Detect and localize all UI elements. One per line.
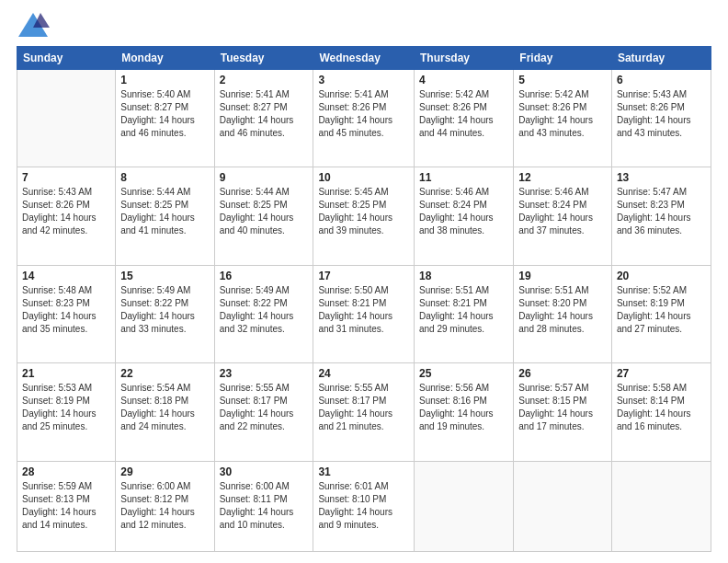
calendar-cell: 10Sunrise: 5:45 AM Sunset: 8:25 PM Dayli… <box>313 167 415 265</box>
calendar-cell: 23Sunrise: 5:55 AM Sunset: 8:17 PM Dayli… <box>214 363 313 461</box>
weekday-header-row: SundayMondayTuesdayWednesdayThursdayFrid… <box>17 47 711 70</box>
day-info: Sunrise: 5:49 AM Sunset: 8:22 PM Dayligh… <box>120 284 209 336</box>
calendar-cell: 17Sunrise: 5:50 AM Sunset: 8:21 PM Dayli… <box>313 265 415 362</box>
header <box>17 11 711 39</box>
calendar-cell <box>17 70 116 167</box>
calendar-cell: 16Sunrise: 5:49 AM Sunset: 8:22 PM Dayli… <box>214 265 313 362</box>
calendar-cell: 26Sunrise: 5:57 AM Sunset: 8:15 PM Dayli… <box>514 363 612 461</box>
day-number: 25 <box>419 367 508 380</box>
calendar-cell: 6Sunrise: 5:43 AM Sunset: 8:26 PM Daylig… <box>611 70 711 167</box>
week-row: 28Sunrise: 5:59 AM Sunset: 8:13 PM Dayli… <box>17 461 711 551</box>
day-info: Sunrise: 5:46 AM Sunset: 8:24 PM Dayligh… <box>518 186 607 237</box>
calendar-cell <box>414 461 513 551</box>
logo-icon <box>17 11 50 39</box>
day-number: 2 <box>220 74 309 86</box>
calendar-cell: 2Sunrise: 5:41 AM Sunset: 8:27 PM Daylig… <box>214 70 313 167</box>
day-number: 31 <box>318 465 409 478</box>
day-number: 26 <box>518 367 607 380</box>
day-info: Sunrise: 5:46 AM Sunset: 8:24 PM Dayligh… <box>419 186 508 237</box>
weekday-header: Saturday <box>611 47 711 70</box>
day-number: 21 <box>22 367 110 380</box>
weekday-header: Monday <box>116 47 214 70</box>
calendar-cell: 11Sunrise: 5:46 AM Sunset: 8:24 PM Dayli… <box>414 167 513 265</box>
calendar-cell: 1Sunrise: 5:40 AM Sunset: 8:27 PM Daylig… <box>116 70 214 167</box>
day-info: Sunrise: 5:55 AM Sunset: 8:17 PM Dayligh… <box>318 382 409 433</box>
calendar-cell: 4Sunrise: 5:42 AM Sunset: 8:26 PM Daylig… <box>414 70 513 167</box>
day-number: 16 <box>220 270 309 282</box>
weekday-header: Wednesday <box>313 47 415 70</box>
calendar-cell: 18Sunrise: 5:51 AM Sunset: 8:21 PM Dayli… <box>414 265 513 362</box>
week-row: 14Sunrise: 5:48 AM Sunset: 8:23 PM Dayli… <box>17 265 711 362</box>
day-info: Sunrise: 5:44 AM Sunset: 8:25 PM Dayligh… <box>120 186 209 237</box>
day-number: 12 <box>518 171 607 184</box>
day-number: 1 <box>120 74 209 86</box>
day-info: Sunrise: 5:56 AM Sunset: 8:16 PM Dayligh… <box>419 382 508 433</box>
weekday-header: Friday <box>514 47 612 70</box>
day-number: 30 <box>220 465 309 478</box>
calendar-cell: 29Sunrise: 6:00 AM Sunset: 8:12 PM Dayli… <box>116 461 214 551</box>
calendar-cell: 12Sunrise: 5:46 AM Sunset: 8:24 PM Dayli… <box>514 167 612 265</box>
weekday-header: Sunday <box>17 47 116 70</box>
day-number: 19 <box>518 270 607 282</box>
day-info: Sunrise: 5:48 AM Sunset: 8:23 PM Dayligh… <box>22 284 110 336</box>
calendar-cell: 27Sunrise: 5:58 AM Sunset: 8:14 PM Dayli… <box>611 363 711 461</box>
day-info: Sunrise: 5:47 AM Sunset: 8:23 PM Dayligh… <box>617 186 706 237</box>
day-info: Sunrise: 5:50 AM Sunset: 8:21 PM Dayligh… <box>318 284 409 336</box>
calendar-cell: 28Sunrise: 5:59 AM Sunset: 8:13 PM Dayli… <box>17 461 116 551</box>
day-info: Sunrise: 5:44 AM Sunset: 8:25 PM Dayligh… <box>220 186 309 237</box>
day-info: Sunrise: 5:52 AM Sunset: 8:19 PM Dayligh… <box>617 284 706 336</box>
week-row: 1Sunrise: 5:40 AM Sunset: 8:27 PM Daylig… <box>17 70 711 167</box>
day-info: Sunrise: 5:49 AM Sunset: 8:22 PM Dayligh… <box>220 284 309 336</box>
day-number: 11 <box>419 171 508 184</box>
day-info: Sunrise: 5:58 AM Sunset: 8:14 PM Dayligh… <box>617 382 706 433</box>
logo <box>17 11 53 39</box>
day-number: 4 <box>419 74 508 86</box>
day-info: Sunrise: 5:42 AM Sunset: 8:26 PM Dayligh… <box>419 88 508 140</box>
calendar-cell: 14Sunrise: 5:48 AM Sunset: 8:23 PM Dayli… <box>17 265 116 362</box>
day-number: 8 <box>120 171 209 184</box>
day-info: Sunrise: 6:00 AM Sunset: 8:11 PM Dayligh… <box>220 480 309 532</box>
calendar-cell: 7Sunrise: 5:43 AM Sunset: 8:26 PM Daylig… <box>17 167 116 265</box>
day-info: Sunrise: 5:43 AM Sunset: 8:26 PM Dayligh… <box>617 88 706 140</box>
day-info: Sunrise: 5:53 AM Sunset: 8:19 PM Dayligh… <box>22 382 110 433</box>
day-number: 7 <box>22 171 110 184</box>
weekday-header: Thursday <box>414 47 513 70</box>
calendar-cell: 19Sunrise: 5:51 AM Sunset: 8:20 PM Dayli… <box>514 265 612 362</box>
day-number: 3 <box>318 74 409 86</box>
calendar-cell <box>514 461 612 551</box>
day-number: 17 <box>318 270 409 282</box>
calendar-cell: 22Sunrise: 5:54 AM Sunset: 8:18 PM Dayli… <box>116 363 214 461</box>
calendar-cell: 13Sunrise: 5:47 AM Sunset: 8:23 PM Dayli… <box>611 167 711 265</box>
day-number: 6 <box>617 74 706 86</box>
day-number: 5 <box>518 74 607 86</box>
day-info: Sunrise: 5:41 AM Sunset: 8:26 PM Dayligh… <box>318 88 409 140</box>
calendar-cell: 21Sunrise: 5:53 AM Sunset: 8:19 PM Dayli… <box>17 363 116 461</box>
day-number: 20 <box>617 270 706 282</box>
day-info: Sunrise: 5:43 AM Sunset: 8:26 PM Dayligh… <box>22 186 110 237</box>
day-number: 13 <box>617 171 706 184</box>
day-info: Sunrise: 5:42 AM Sunset: 8:26 PM Dayligh… <box>518 88 607 140</box>
page: SundayMondayTuesdayWednesdayThursdayFrid… <box>0 0 728 563</box>
day-info: Sunrise: 5:59 AM Sunset: 8:13 PM Dayligh… <box>22 480 110 532</box>
day-number: 10 <box>318 171 409 184</box>
calendar-cell: 9Sunrise: 5:44 AM Sunset: 8:25 PM Daylig… <box>214 167 313 265</box>
day-info: Sunrise: 5:54 AM Sunset: 8:18 PM Dayligh… <box>120 382 209 433</box>
calendar-cell <box>611 461 711 551</box>
day-number: 23 <box>220 367 309 380</box>
calendar-cell: 3Sunrise: 5:41 AM Sunset: 8:26 PM Daylig… <box>313 70 415 167</box>
week-row: 7Sunrise: 5:43 AM Sunset: 8:26 PM Daylig… <box>17 167 711 265</box>
calendar-cell: 30Sunrise: 6:00 AM Sunset: 8:11 PM Dayli… <box>214 461 313 551</box>
calendar-cell: 15Sunrise: 5:49 AM Sunset: 8:22 PM Dayli… <box>116 265 214 362</box>
day-info: Sunrise: 5:51 AM Sunset: 8:20 PM Dayligh… <box>518 284 607 336</box>
calendar-cell: 24Sunrise: 5:55 AM Sunset: 8:17 PM Dayli… <box>313 363 415 461</box>
calendar: SundayMondayTuesdayWednesdayThursdayFrid… <box>17 46 711 552</box>
day-number: 28 <box>22 465 110 478</box>
calendar-cell: 31Sunrise: 6:01 AM Sunset: 8:10 PM Dayli… <box>313 461 415 551</box>
day-info: Sunrise: 5:55 AM Sunset: 8:17 PM Dayligh… <box>220 382 309 433</box>
day-info: Sunrise: 5:40 AM Sunset: 8:27 PM Dayligh… <box>120 88 209 140</box>
day-info: Sunrise: 5:45 AM Sunset: 8:25 PM Dayligh… <box>318 186 409 237</box>
calendar-cell: 8Sunrise: 5:44 AM Sunset: 8:25 PM Daylig… <box>116 167 214 265</box>
week-row: 21Sunrise: 5:53 AM Sunset: 8:19 PM Dayli… <box>17 363 711 461</box>
calendar-cell: 20Sunrise: 5:52 AM Sunset: 8:19 PM Dayli… <box>611 265 711 362</box>
day-number: 22 <box>120 367 209 380</box>
